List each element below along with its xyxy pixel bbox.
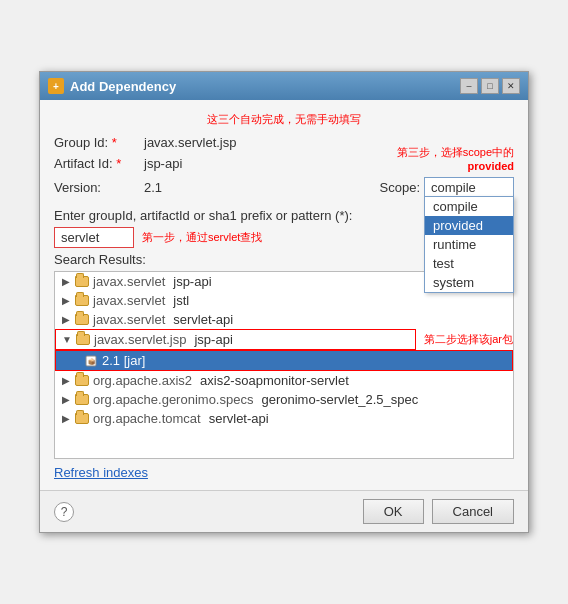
scope-option-provided[interactable]: provided — [425, 216, 513, 235]
artifact-id-value: jsp-api — [144, 156, 182, 171]
search-annotation: 第一步，通过servlet查找 — [142, 230, 262, 245]
dialog-icon: + — [48, 78, 64, 94]
expand-icon: ▶ — [59, 393, 73, 407]
scope-label: Scope: — [380, 180, 420, 195]
scope-row: Scope: compile provided runtime test sys… — [380, 177, 514, 198]
group-id-label: Group Id: * — [54, 135, 144, 150]
expand-icon: ▶ — [59, 275, 73, 289]
dialog-title: Add Dependency — [70, 79, 454, 94]
results-list[interactable]: ▶ javax.servlet jsp-api ▶ javax.servlet … — [54, 271, 514, 459]
add-dependency-dialog: + Add Dependency – □ ✕ 这三个自动完成，无需手动填写 Gr… — [39, 71, 529, 533]
version-label: Version: — [54, 180, 144, 195]
scope-dropdown[interactable]: compile provided runtime test system — [424, 196, 514, 293]
expand-icon: ▶ — [59, 313, 73, 327]
scope-option-compile[interactable]: compile — [425, 197, 513, 216]
artifact-id-label: Artifact Id: * — [54, 156, 144, 171]
minimize-button[interactable]: – — [460, 78, 478, 94]
titlebar-buttons: – □ ✕ — [460, 78, 520, 94]
expand-icon: ▶ — [59, 294, 73, 308]
list-item[interactable]: ▶ javax.servlet servlet-api — [55, 310, 513, 329]
maximize-button[interactable]: □ — [481, 78, 499, 94]
help-button[interactable]: ? — [54, 502, 74, 522]
version-row: Version: 2.1 — [54, 180, 380, 195]
list-item-selected[interactable]: 📦 2.1 [jar] — [55, 350, 513, 371]
svg-text:📦: 📦 — [88, 358, 96, 366]
folder-icon — [76, 334, 90, 345]
expanded-parent-row: ▼ javax.servlet.jsp jsp-api 第二步选择该jar包 — [55, 329, 513, 350]
scope-option-test[interactable]: test — [425, 254, 513, 273]
expand-icon: ▶ — [59, 412, 73, 426]
expand-icon: ▶ — [59, 374, 73, 388]
folder-icon — [75, 394, 89, 405]
top-annotation: 这三个自动完成，无需手动填写 — [54, 112, 514, 127]
folder-icon — [75, 295, 89, 306]
folder-icon — [75, 413, 89, 424]
titlebar: + Add Dependency – □ ✕ — [40, 72, 528, 100]
list-item[interactable]: ▶ javax.servlet jstl — [55, 291, 513, 310]
bottom-bar: ? OK Cancel — [40, 490, 528, 532]
cancel-button[interactable]: Cancel — [432, 499, 514, 524]
search-input[interactable] — [54, 227, 134, 248]
folder-icon — [75, 276, 89, 287]
dialog-content: 这三个自动完成，无需手动填写 Group Id: * javax.servlet… — [40, 100, 528, 490]
list-item-bordered[interactable]: ▼ javax.servlet.jsp jsp-api — [55, 329, 416, 350]
scope-container: 第三步，选择scope中的 provided Scope: compile pr… — [380, 177, 514, 198]
version-value: 2.1 — [144, 180, 162, 195]
refresh-indexes-link[interactable]: Refresh indexes — [54, 465, 148, 480]
list-item[interactable]: ▶ org.apache.tomcat servlet-api — [55, 409, 513, 428]
list-item[interactable]: ▶ org.apache.geronimo.specs geronimo-ser… — [55, 390, 513, 409]
list-item[interactable]: ▶ org.apache.axis2 axis2-soapmonitor-ser… — [55, 371, 513, 390]
scope-annotation: 第三步，选择scope中的 provided — [397, 145, 514, 174]
expand-icon: ▼ — [60, 333, 74, 347]
jar-icon: 📦 — [84, 354, 98, 368]
folder-icon — [75, 375, 89, 386]
ok-button[interactable]: OK — [363, 499, 424, 524]
results-wrapper: ▶ javax.servlet jsp-api ▶ javax.servlet … — [54, 271, 514, 459]
scope-select[interactable]: compile provided runtime test system — [424, 177, 514, 198]
scope-select-container[interactable]: compile provided runtime test system — [424, 177, 514, 198]
second-annotation: 第二步选择该jar包 — [424, 332, 513, 347]
scope-option-runtime[interactable]: runtime — [425, 235, 513, 254]
folder-icon — [75, 314, 89, 325]
scope-option-system[interactable]: system — [425, 273, 513, 292]
close-button[interactable]: ✕ — [502, 78, 520, 94]
group-id-value: javax.servlet.jsp — [144, 135, 236, 150]
